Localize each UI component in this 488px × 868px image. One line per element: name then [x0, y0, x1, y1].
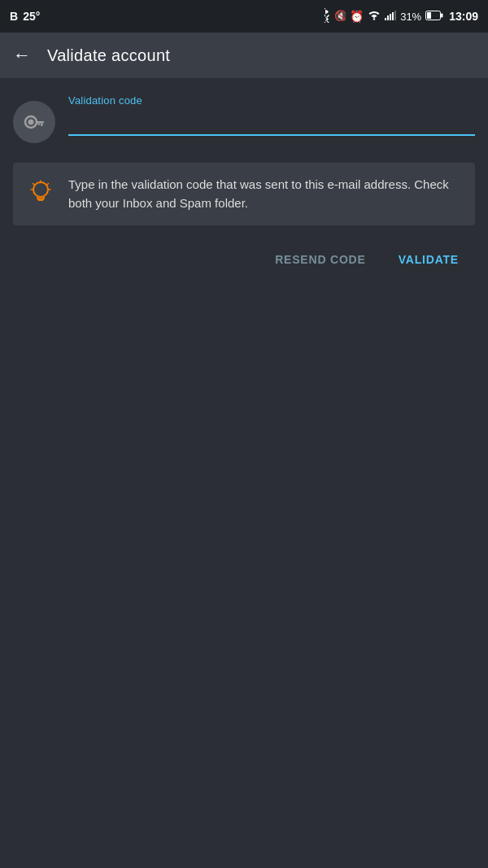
svg-rect-11	[36, 121, 44, 124]
brand-label: B	[10, 10, 18, 23]
svg-rect-13	[38, 124, 41, 126]
bluetooth-icon	[320, 8, 330, 25]
svg-rect-12	[41, 124, 43, 127]
alarm-icon: ⏰	[350, 10, 364, 23]
svg-rect-5	[394, 11, 396, 20]
svg-text:🔇: 🔇	[334, 10, 346, 21]
info-box: Type in the validation code that was sen…	[13, 163, 475, 225]
validation-code-group: Validation code	[68, 94, 475, 136]
key-icon	[23, 111, 46, 133]
toolbar: ← Validate account	[0, 33, 488, 78]
key-icon-circle	[13, 101, 55, 143]
temperature-label: 25°	[23, 10, 40, 23]
svg-rect-3	[390, 14, 391, 20]
svg-line-19	[33, 184, 35, 185]
svg-point-14	[33, 182, 48, 197]
status-bar: B 25° 🔇 ⏰	[0, 0, 488, 33]
svg-rect-8	[441, 13, 443, 17]
mute-icon: 🔇	[334, 10, 346, 24]
validation-code-input[interactable]	[68, 111, 475, 136]
action-buttons: RESEND CODE VALIDATE	[13, 245, 475, 274]
svg-rect-2	[387, 15, 389, 20]
lightbulb-svg	[28, 179, 54, 205]
svg-line-18	[47, 184, 49, 185]
status-left: B 25°	[10, 10, 40, 23]
back-button[interactable]: ←	[13, 45, 31, 66]
status-right: 🔇 ⏰ 31%	[320, 8, 478, 25]
lightbulb-icon	[26, 177, 55, 207]
svg-rect-4	[392, 12, 394, 20]
svg-point-10	[28, 120, 34, 125]
signal-icon	[385, 11, 396, 23]
resend-code-button[interactable]: RESEND CODE	[262, 245, 378, 274]
wifi-icon	[368, 11, 381, 23]
validation-code-label: Validation code	[68, 94, 475, 107]
battery-label: 31%	[400, 11, 421, 23]
page-title: Validate account	[47, 46, 170, 65]
validate-button[interactable]: VALIDATE	[386, 245, 472, 274]
info-message: Type in the validation code that was sen…	[68, 176, 462, 212]
battery-icon	[425, 11, 443, 23]
svg-rect-1	[385, 18, 386, 20]
main-content: Validation code Type in the validation c…	[0, 78, 488, 290]
time-label: 13:09	[449, 10, 478, 23]
svg-rect-7	[427, 12, 431, 19]
input-section: Validation code	[13, 94, 475, 143]
